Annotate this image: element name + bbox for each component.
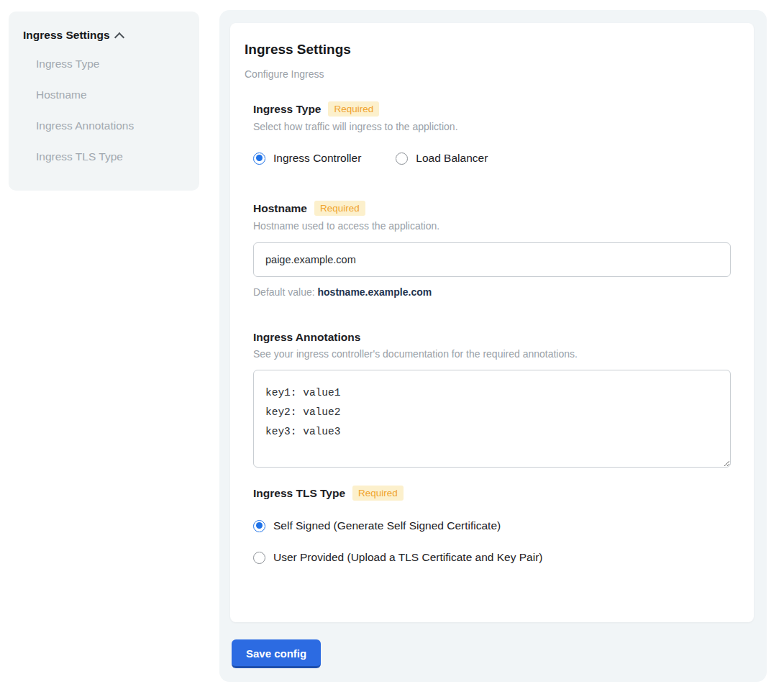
ingress-settings-panel: Ingress Settings Configure Ingress Ingre… bbox=[219, 10, 767, 682]
sidebar-group-label: Ingress Settings bbox=[23, 29, 110, 42]
settings-sidebar: Ingress Settings Ingress Type Hostname I… bbox=[9, 12, 199, 191]
page-title: Ingress Settings bbox=[245, 42, 739, 58]
section-ingress-annotations: Ingress Annotations See your ingress con… bbox=[253, 331, 731, 470]
ingress-type-radio-group: Ingress Controller Load Balancer bbox=[253, 152, 731, 165]
radio-label: Self Signed (Generate Self Signed Certif… bbox=[273, 519, 501, 532]
sidebar-item-ingress-type[interactable]: Ingress Type bbox=[36, 58, 185, 70]
default-prefix: Default value: bbox=[253, 286, 318, 298]
sidebar-group-ingress-settings[interactable]: Ingress Settings bbox=[23, 29, 185, 42]
hostname-label: Hostname bbox=[253, 202, 307, 215]
radio-selected-icon bbox=[253, 520, 265, 532]
sidebar-item-hostname[interactable]: Hostname bbox=[36, 88, 185, 101]
ingress-type-help: Select how traffic will ingress to the a… bbox=[253, 121, 731, 132]
radio-ingress-controller[interactable]: Ingress Controller bbox=[253, 152, 361, 165]
save-config-button[interactable]: Save config bbox=[232, 639, 321, 668]
page-subtitle: Configure Ingress bbox=[245, 68, 739, 80]
ingress-type-label: Ingress Type bbox=[253, 103, 321, 116]
required-badge: Required bbox=[328, 101, 379, 117]
ingress-annotations-help: See your ingress controller's documentat… bbox=[253, 348, 731, 360]
section-hostname: Hostname Required Hostname used to acces… bbox=[253, 201, 731, 298]
ingress-annotations-label: Ingress Annotations bbox=[253, 331, 360, 344]
radio-self-signed[interactable]: Self Signed (Generate Self Signed Certif… bbox=[253, 519, 731, 532]
radio-selected-icon bbox=[253, 152, 265, 165]
radio-unselected-icon bbox=[396, 152, 408, 165]
tls-radio-group: Self Signed (Generate Self Signed Certif… bbox=[253, 519, 731, 564]
radio-label: User Provided (Upload a TLS Certificate … bbox=[273, 551, 542, 564]
required-badge: Required bbox=[352, 486, 404, 501]
hostname-input[interactable] bbox=[253, 242, 731, 277]
default-value: hostname.example.com bbox=[318, 286, 432, 298]
chevron-up-icon bbox=[116, 34, 124, 39]
required-badge: Required bbox=[314, 201, 365, 216]
hostname-default-line: Default value: hostname.example.com bbox=[253, 286, 731, 298]
hostname-help: Hostname used to access the application. bbox=[253, 220, 731, 232]
ingress-annotations-textarea[interactable]: key1: value1 key2: value2 key3: value3 bbox=[253, 370, 731, 468]
radio-load-balancer[interactable]: Load Balancer bbox=[396, 152, 488, 165]
radio-user-provided[interactable]: User Provided (Upload a TLS Certificate … bbox=[253, 551, 731, 564]
sidebar-item-ingress-annotations[interactable]: Ingress Annotations bbox=[36, 119, 185, 132]
radio-unselected-icon bbox=[253, 552, 265, 564]
ingress-tls-type-label: Ingress TLS Type bbox=[253, 487, 345, 500]
sidebar-item-ingress-tls-type[interactable]: Ingress TLS Type bbox=[36, 150, 185, 163]
section-ingress-type: Ingress Type Required Select how traffic… bbox=[253, 101, 731, 165]
sidebar-nav: Ingress Type Hostname Ingress Annotation… bbox=[23, 58, 185, 163]
section-ingress-tls-type: Ingress TLS Type Required Self Signed (G… bbox=[253, 486, 731, 564]
radio-label: Ingress Controller bbox=[273, 152, 361, 165]
ingress-settings-card: Ingress Settings Configure Ingress Ingre… bbox=[230, 23, 754, 622]
radio-label: Load Balancer bbox=[416, 152, 488, 165]
